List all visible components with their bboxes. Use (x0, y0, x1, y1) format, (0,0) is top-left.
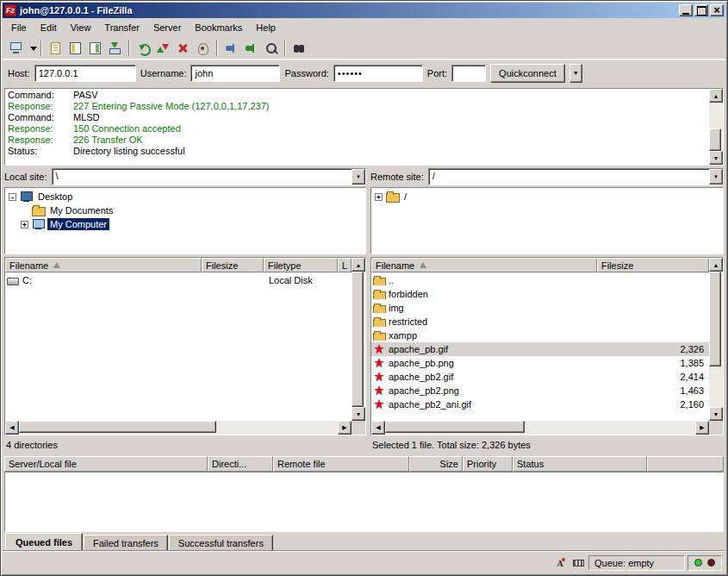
file-row[interactable]: restricted (371, 315, 709, 329)
remote-list-vscrollbar[interactable]: ▲ ▼ (709, 258, 723, 421)
reconnect-button[interactable] (241, 39, 261, 58)
expander-toggle[interactable]: - (9, 193, 16, 201)
file-row[interactable]: apache_pb2.png 1,463 (371, 384, 709, 398)
file-row[interactable]: apache_pb.gif 2,326 (371, 342, 709, 356)
local-list-hscrollbar[interactable]: ◀ ▶ (5, 421, 352, 435)
cancel-button[interactable] (173, 39, 193, 58)
toggle-message-log-button[interactable] (46, 39, 65, 58)
scroll-thumb[interactable] (352, 272, 364, 407)
combo-dropdown-icon[interactable]: ▼ (709, 169, 723, 185)
column-header[interactable]: Filesize (202, 258, 264, 272)
filter-button[interactable] (261, 39, 281, 58)
scroll-track[interactable] (385, 421, 695, 435)
file-row[interactable]: xampp (371, 329, 709, 342)
menu-item[interactable]: View (64, 20, 98, 35)
queue-column-header[interactable]: Size (409, 456, 463, 472)
queue-column-header[interactable]: Status (513, 456, 647, 472)
quickconnect-dropdown-button[interactable]: ▼ (569, 64, 582, 83)
scroll-thumb[interactable] (709, 272, 721, 366)
host-input[interactable] (34, 65, 136, 82)
titlebar[interactable]: john@127.0.0.1 - FileZilla (3, 3, 725, 18)
remote-path-value[interactable]: / (429, 169, 709, 185)
toggle-remote-tree-button[interactable] (85, 39, 105, 58)
scroll-down-button[interactable]: ▼ (709, 151, 723, 165)
scroll-up-button[interactable]: ▲ (709, 258, 723, 272)
file-row[interactable]: img (371, 301, 709, 315)
binary-mode-icon[interactable] (570, 556, 586, 570)
maximize-button[interactable] (694, 4, 708, 16)
menu-item[interactable]: File (4, 20, 34, 35)
scroll-down-button[interactable]: ▼ (709, 407, 723, 421)
toggle-local-tree-button[interactable] (65, 39, 85, 58)
ascii-mode-icon[interactable] (552, 556, 568, 570)
menu-item[interactable]: Transfer (97, 20, 146, 35)
file-row[interactable]: apache_pb2.gif 2,414 (371, 370, 709, 384)
scroll-thumb[interactable] (709, 128, 721, 151)
site-manager-button[interactable] (6, 39, 26, 58)
file-row[interactable]: apache_pb.png 1,385 (371, 356, 709, 370)
column-header[interactable]: L (338, 258, 352, 272)
menu-item[interactable]: Server (146, 20, 188, 35)
column-header[interactable]: Filetype (264, 258, 338, 272)
expander-toggle[interactable]: + (375, 193, 383, 201)
remote-list-hscrollbar[interactable]: ◀ ▶ (371, 421, 709, 435)
combo-dropdown-icon[interactable]: ▼ (352, 169, 365, 185)
tree-item[interactable]: - Desktop (5, 190, 365, 203)
file-size: 2,326 (599, 344, 709, 354)
minimize-button[interactable] (679, 4, 693, 16)
scroll-thumb[interactable] (385, 421, 525, 433)
find-files-button[interactable] (289, 39, 309, 58)
scroll-track[interactable] (709, 272, 723, 407)
port-input[interactable] (451, 65, 486, 82)
remote-path-combo[interactable]: / ▼ (428, 168, 724, 185)
queue-tab[interactable]: Queued files (5, 533, 83, 552)
refresh-button[interactable] (134, 39, 153, 58)
scroll-left-button[interactable]: ◀ (5, 421, 19, 435)
column-header[interactable]: Filename (5, 258, 202, 272)
tree-item[interactable]: My Documents (5, 203, 365, 217)
file-row[interactable]: apache_pb2_ani.gif 2,160 (371, 398, 709, 411)
site-manager-dropdown-button[interactable] (26, 39, 37, 58)
scroll-up-button[interactable]: ▲ (352, 258, 365, 272)
queue-tab[interactable]: Failed transfers (84, 535, 168, 552)
column-header[interactable]: Filesize (597, 258, 709, 272)
scroll-right-button[interactable]: ▶ (695, 421, 709, 435)
queue-column-header[interactable]: Server/Local file (4, 456, 208, 472)
tree-item[interactable]: + My Computer (5, 217, 365, 231)
toggle-queue-button[interactable] (105, 39, 125, 58)
file-icon (373, 275, 385, 285)
menu-item[interactable]: Edit (34, 20, 64, 35)
log-scrollbar[interactable]: ▲ ▼ (709, 89, 723, 165)
disconnect-button[interactable] (193, 39, 213, 58)
quickconnect-button[interactable]: Quickconnect (490, 64, 565, 83)
queue-column-header[interactable]: Priority (463, 456, 513, 472)
password-input[interactable] (333, 65, 423, 82)
process-queue-button[interactable] (153, 39, 173, 58)
menu-item[interactable]: Bookmarks (188, 20, 249, 35)
column-header[interactable]: Filename (371, 258, 597, 272)
menu-item[interactable]: Help (249, 20, 283, 35)
queue-column-header[interactable]: Remote file (273, 456, 409, 472)
unplug-button[interactable] (221, 39, 241, 58)
username-input[interactable] (190, 65, 280, 82)
local-list-vscrollbar[interactable]: ▲ ▼ (352, 258, 365, 421)
scroll-thumb[interactable] (19, 421, 216, 433)
transfer-queue-body[interactable] (4, 472, 724, 532)
file-row[interactable]: forbidden (371, 287, 709, 301)
file-row[interactable]: .. (371, 273, 709, 287)
close-button[interactable] (710, 4, 724, 16)
expander-toggle[interactable]: + (21, 221, 28, 229)
scroll-right-button[interactable]: ▶ (338, 421, 352, 435)
queue-column-header[interactable]: Directi... (208, 456, 273, 472)
scroll-track[interactable] (709, 103, 723, 151)
scroll-down-button[interactable]: ▼ (352, 407, 365, 421)
scroll-track[interactable] (19, 421, 338, 435)
queue-tab[interactable]: Successful transfers (169, 535, 273, 552)
tree-item[interactable]: + / (371, 190, 723, 203)
scroll-track[interactable] (352, 272, 365, 407)
file-row[interactable]: C: Local Disk (5, 273, 352, 287)
scroll-up-button[interactable]: ▲ (709, 89, 723, 103)
local-path-combo[interactable]: \ ▼ (52, 168, 366, 185)
local-path-value[interactable]: \ (53, 169, 352, 185)
scroll-left-button[interactable]: ◀ (371, 421, 385, 435)
